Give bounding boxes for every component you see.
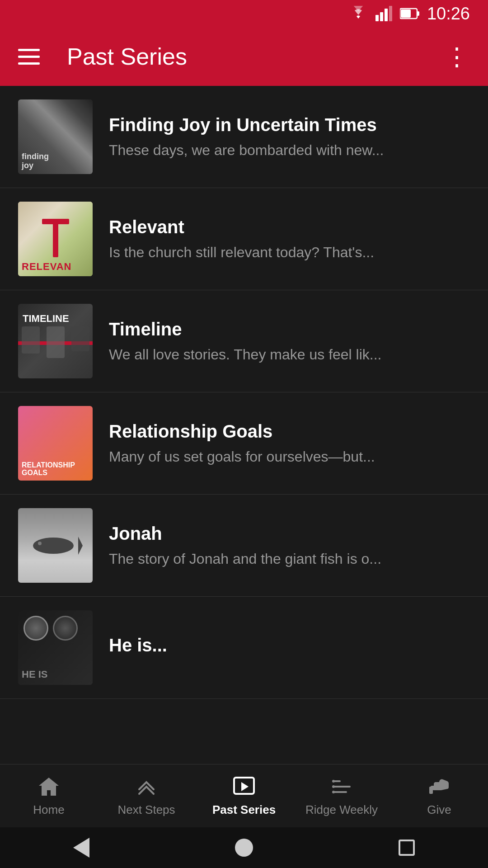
series-title: Relevant — [109, 216, 470, 238]
series-info: Relationship Goals Many of us set goals … — [109, 420, 470, 467]
svg-point-13 — [332, 780, 335, 783]
past-series-icon — [232, 775, 256, 798]
nav-item-past-series[interactable]: Past Series — [195, 764, 293, 827]
series-title: Finding Joy in Uncertain Times — [109, 114, 470, 136]
page-title: Past Series — [58, 43, 427, 70]
series-item-relevant[interactable]: RELEVAN Relevant Is the church still rel… — [0, 188, 488, 290]
fish-icon — [28, 532, 83, 559]
status-time: 10:26 — [427, 4, 470, 24]
series-item-relationship-goals[interactable]: RELATIONSHIPGOALS Relationship Goals Man… — [0, 392, 488, 495]
series-desc: Is the church still relevant today? That… — [109, 243, 470, 262]
series-thumbnail-timeline: TIMELINE — [18, 304, 93, 378]
svg-marker-11 — [241, 782, 249, 791]
svg-rect-2 — [385, 9, 388, 21]
next-steps-icon — [135, 775, 158, 798]
svg-rect-18 — [429, 787, 433, 794]
nav-label-home: Home — [33, 803, 64, 817]
battery-icon — [400, 7, 420, 20]
series-item-finding-joy[interactable]: findingjoy Finding Joy in Uncertain Time… — [0, 86, 488, 188]
nav-label-give: Give — [427, 803, 451, 817]
svg-point-7 — [33, 538, 74, 554]
signal-icon — [375, 6, 393, 21]
status-icons: 10:26 — [348, 4, 470, 24]
series-desc: Many of us set goals for ourselves—but..… — [109, 448, 470, 467]
svg-point-17 — [332, 791, 335, 793]
series-info: He is... — [109, 634, 470, 661]
hamburger-menu-button[interactable] — [18, 49, 40, 65]
nav-item-give[interactable]: Give — [390, 764, 488, 827]
more-options-button[interactable]: ⋮ — [445, 42, 470, 71]
give-icon — [427, 775, 451, 798]
svg-marker-8 — [78, 537, 83, 555]
bottom-nav: Home Next Steps Past Series Ridge Weekly — [0, 764, 488, 827]
nav-label-next-steps: Next Steps — [117, 803, 175, 817]
svg-rect-1 — [380, 12, 383, 21]
series-thumbnail-finding-joy: findingjoy — [18, 99, 93, 174]
svg-rect-5 — [401, 9, 411, 18]
wifi-icon — [348, 6, 368, 21]
svg-rect-6 — [417, 11, 419, 16]
series-item-jonah[interactable]: Jonah The story of Jonah and the giant f… — [0, 495, 488, 597]
back-button[interactable] — [68, 834, 95, 861]
home-button[interactable] — [230, 834, 258, 861]
series-item-timeline[interactable]: TIMELINE Timeline We all love stories. T… — [0, 290, 488, 392]
nav-label-past-series: Past Series — [212, 803, 276, 817]
series-thumbnail-jonah — [18, 508, 93, 583]
series-thumbnail-relationship-goals: RELATIONSHIPGOALS — [18, 406, 93, 481]
svg-rect-0 — [375, 15, 379, 21]
series-title: He is... — [109, 634, 470, 656]
series-list: findingjoy Finding Joy in Uncertain Time… — [0, 86, 488, 764]
series-desc: These days, we are bombarded with new... — [109, 141, 470, 160]
home-icon — [37, 775, 61, 798]
series-desc: The story of Jonah and the giant fish is… — [109, 550, 470, 569]
svg-rect-3 — [389, 6, 392, 21]
ridge-weekly-icon — [330, 775, 353, 798]
series-info: Finding Joy in Uncertain Times These day… — [109, 114, 470, 160]
nav-item-next-steps[interactable]: Next Steps — [98, 764, 195, 827]
nav-label-ridge-weekly: Ridge Weekly — [305, 803, 378, 817]
series-thumbnail-he-is: HE IS — [18, 610, 93, 685]
status-bar: 10:26 — [0, 0, 488, 27]
svg-point-15 — [332, 785, 335, 788]
series-title: Jonah — [109, 523, 470, 544]
app-bar: Past Series ⋮ — [0, 27, 488, 86]
series-title: Relationship Goals — [109, 420, 470, 442]
nav-item-ridge-weekly[interactable]: Ridge Weekly — [293, 764, 390, 827]
series-info: Jonah The story of Jonah and the giant f… — [109, 523, 470, 569]
series-thumbnail-relevant: RELEVAN — [18, 202, 93, 276]
system-nav-bar — [0, 827, 488, 868]
svg-point-9 — [38, 542, 42, 545]
recents-button[interactable] — [393, 834, 420, 861]
series-item-he-is[interactable]: HE IS He is... — [0, 597, 488, 699]
series-desc: We all love stories. They make us feel l… — [109, 345, 470, 364]
series-info: Timeline We all love stories. They make … — [109, 318, 470, 364]
series-info: Relevant Is the church still relevant to… — [109, 216, 470, 262]
nav-item-home[interactable]: Home — [0, 764, 98, 827]
series-title: Timeline — [109, 318, 470, 340]
